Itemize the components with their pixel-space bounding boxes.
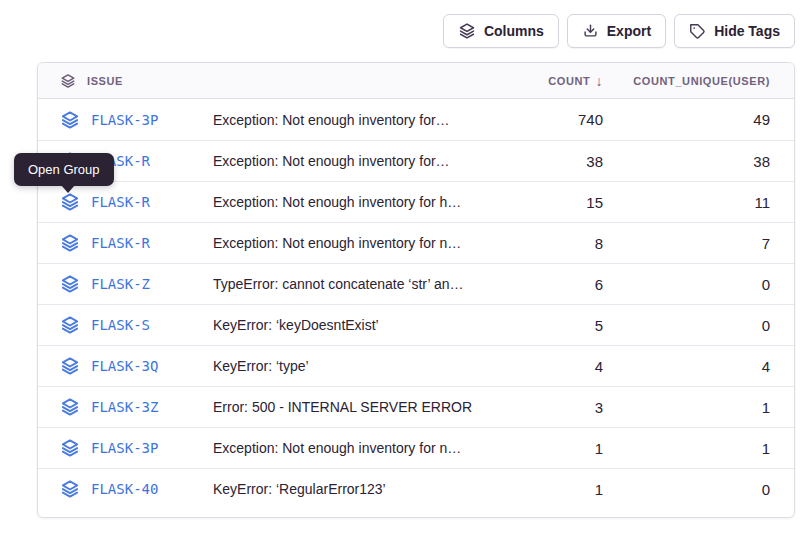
issue-count: 5 (483, 317, 603, 334)
issue-count-unique: 0 (603, 317, 794, 334)
issue-count: 3 (483, 399, 603, 416)
issue-cell: FLASK-40 (38, 479, 213, 499)
table-row: FLASK-3P Exception: Not enough inventory… (38, 427, 794, 468)
issue-cell: FLASK-S (38, 315, 213, 335)
issue-count: 740 (483, 111, 603, 128)
issue-count-unique: 0 (603, 276, 794, 293)
table-row: FLASK-R Exception: Not enough inventory … (38, 140, 794, 181)
open-group-stack-icon[interactable] (60, 315, 80, 335)
column-header-count-label: COUNT (548, 75, 590, 87)
issue-title: Exception: Not enough inventory for… (213, 153, 483, 169)
issue-title: KeyError: ‘RegularError123’ (213, 481, 483, 497)
issue-id-link[interactable]: FLASK-R (91, 235, 150, 251)
table-row: FLASK-S KeyError: ‘keyDoesntExist’ 5 0 (38, 304, 794, 345)
issue-id-link[interactable]: FLASK-R (91, 194, 150, 210)
open-group-stack-icon[interactable] (60, 233, 80, 253)
hide-tags-button[interactable]: Hide Tags (674, 14, 795, 48)
issue-cell: FLASK-Z (38, 274, 213, 294)
issue-count-unique: 4 (603, 358, 794, 375)
issue-count-unique: 11 (603, 194, 794, 211)
hide-tags-button-label: Hide Tags (714, 23, 780, 39)
issue-title: Exception: Not enough inventory for n… (213, 235, 483, 251)
issue-count: 15 (483, 194, 603, 211)
issue-id-link[interactable]: FLASK-3P (91, 112, 158, 128)
columns-button[interactable]: Columns (443, 14, 559, 48)
table-row: FLASK-3P Exception: Not enough inventory… (38, 99, 794, 140)
table-row: FLASK-3Z Error: 500 - INTERNAL SERVER ER… (38, 386, 794, 427)
issue-count-unique: 1 (603, 440, 794, 457)
column-header-issue-label: ISSUE (87, 75, 123, 87)
issue-count: 38 (483, 153, 603, 170)
column-header-count-unique-label: COUNT_UNIQUE(USER) (633, 75, 770, 87)
toolbar: Columns Export Hide Tags (443, 14, 795, 48)
table-header-row: ISSUE COUNT ↓ COUNT_UNIQUE(USER) (38, 63, 794, 99)
download-icon (582, 23, 599, 40)
table-row: FLASK-3Q KeyError: ‘type’ 4 4 (38, 345, 794, 386)
issue-count-unique: 7 (603, 235, 794, 252)
issue-title: Error: 500 - INTERNAL SERVER ERROR (213, 399, 483, 415)
issue-cell: FLASK-R (38, 233, 213, 253)
issue-title: Exception: Not enough inventory for n… (213, 440, 483, 456)
open-group-tooltip: Open Group (14, 153, 114, 186)
issue-title: KeyError: ‘type’ (213, 358, 483, 374)
issue-title: Exception: Not enough inventory for… (213, 112, 483, 128)
table-body: FLASK-3P Exception: Not enough inventory… (38, 99, 794, 517)
issue-count-unique: 0 (603, 481, 794, 498)
issue-id-link[interactable]: FLASK-3P (91, 440, 158, 456)
sort-descending-arrow-icon: ↓ (595, 74, 603, 88)
layers-icon (458, 22, 476, 40)
table-row: FLASK-R Exception: Not enough inventory … (38, 222, 794, 263)
issue-count: 8 (483, 235, 603, 252)
issue-cell: FLASK-3Q (38, 356, 213, 376)
issue-id-link[interactable]: FLASK-Z (91, 276, 150, 292)
export-button-label: Export (607, 23, 651, 39)
tag-icon (689, 23, 706, 40)
issue-cell: FLASK-R (38, 192, 213, 212)
table-row: FLASK-R Exception: Not enough inventory … (38, 181, 794, 222)
issue-title: KeyError: ‘keyDoesntExist’ (213, 317, 483, 333)
table-row: FLASK-Z TypeError: cannot concatenate ‘s… (38, 263, 794, 304)
table-row: FLASK-40 KeyError: ‘RegularError123’ 1 0 (38, 468, 794, 509)
open-group-tooltip-label: Open Group (28, 162, 100, 177)
issue-count: 6 (483, 276, 603, 293)
issue-count: 1 (483, 481, 603, 498)
issue-title: TypeError: cannot concatenate ‘str’ an… (213, 276, 483, 292)
issue-count: 4 (483, 358, 603, 375)
open-group-stack-icon[interactable] (60, 438, 80, 458)
columns-button-label: Columns (484, 23, 544, 39)
open-group-stack-icon[interactable] (60, 356, 80, 376)
issue-id-link[interactable]: FLASK-40 (91, 481, 158, 497)
column-header-issue[interactable]: ISSUE (38, 73, 213, 89)
open-group-stack-icon[interactable] (60, 192, 80, 212)
layers-icon (60, 73, 76, 89)
issue-cell: FLASK-3Z (38, 397, 213, 417)
issue-count-unique: 38 (603, 153, 794, 170)
issue-id-link[interactable]: FLASK-S (91, 317, 150, 333)
open-group-stack-icon[interactable] (60, 397, 80, 417)
issue-id-link[interactable]: FLASK-3Q (91, 358, 158, 374)
issue-cell: FLASK-3P (38, 110, 213, 130)
issue-count-unique: 1 (603, 399, 794, 416)
column-header-count-unique[interactable]: COUNT_UNIQUE(USER) (603, 75, 794, 87)
column-header-count[interactable]: COUNT ↓ (483, 74, 603, 88)
issue-count: 1 (483, 440, 603, 457)
open-group-stack-icon[interactable] (60, 274, 80, 294)
issues-table: ISSUE COUNT ↓ COUNT_UNIQUE(USER) FLASK-3… (37, 62, 795, 518)
issue-title: Exception: Not enough inventory for h… (213, 194, 483, 210)
issue-cell: FLASK-3P (38, 438, 213, 458)
open-group-stack-icon[interactable] (60, 479, 80, 499)
issue-id-link[interactable]: FLASK-3Z (91, 399, 158, 415)
issue-count-unique: 49 (603, 111, 794, 128)
open-group-stack-icon[interactable] (60, 110, 80, 130)
export-button[interactable]: Export (567, 14, 666, 48)
